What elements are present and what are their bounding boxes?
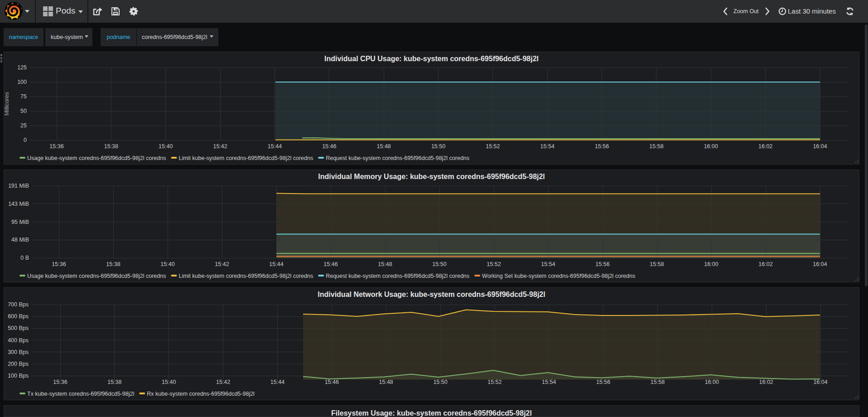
svg-text:15:44: 15:44 xyxy=(269,261,283,267)
svg-text:Individual CPU Usage: kube-sys: Individual CPU Usage: kube-system coredn… xyxy=(324,55,539,63)
svg-text:15:50: 15:50 xyxy=(433,379,447,385)
svg-text:15:56: 15:56 xyxy=(595,261,609,267)
svg-text:15:48: 15:48 xyxy=(378,261,392,267)
svg-text:Individual Network Usage: kube: Individual Network Usage: kube-system co… xyxy=(318,291,545,298)
svg-text:16:04: 16:04 xyxy=(813,379,827,385)
svg-text:Individual Memory Usage: kube-: Individual Memory Usage: kube-system cor… xyxy=(318,173,545,180)
svg-text:15:54: 15:54 xyxy=(541,261,555,267)
svg-text:16:02: 16:02 xyxy=(759,379,773,385)
svg-text:700 Bps: 700 Bps xyxy=(8,301,29,308)
svg-text:200 Bps: 200 Bps xyxy=(8,361,29,367)
svg-text:15:52: 15:52 xyxy=(487,261,501,267)
svg-text:15:38: 15:38 xyxy=(107,379,121,385)
svg-text:16:00: 16:00 xyxy=(705,379,719,385)
svg-text:16:02: 16:02 xyxy=(758,143,772,150)
svg-text:Filesystem Usage: kube-system: Filesystem Usage: kube-system coredns-69… xyxy=(331,409,532,417)
svg-text:100 Bps: 100 Bps xyxy=(8,373,29,379)
svg-text:15:36: 15:36 xyxy=(49,143,63,150)
svg-text:15:46: 15:46 xyxy=(322,143,336,150)
svg-text:15:36: 15:36 xyxy=(53,379,67,385)
svg-text:Millicores: Millicores xyxy=(4,92,10,116)
svg-text:15:48: 15:48 xyxy=(379,379,393,385)
svg-text:15:52: 15:52 xyxy=(487,379,502,385)
svg-text:0: 0 xyxy=(24,137,27,143)
svg-text:15:50: 15:50 xyxy=(432,261,446,267)
svg-text:191 MiB: 191 MiB xyxy=(8,183,29,189)
svg-text:15:42: 15:42 xyxy=(215,261,229,267)
svg-text:15:46: 15:46 xyxy=(325,379,339,385)
svg-text:400 Bps: 400 Bps xyxy=(8,337,29,344)
svg-text:16:04: 16:04 xyxy=(813,261,827,267)
svg-text:15:40: 15:40 xyxy=(159,143,173,150)
svg-text:Usage kube-system coredns-695f: Usage kube-system coredns-695f96dcd5-98j… xyxy=(27,155,166,161)
svg-text:16:02: 16:02 xyxy=(758,261,772,267)
svg-text:25: 25 xyxy=(20,122,27,129)
svg-text:0 B: 0 B xyxy=(20,255,29,261)
svg-text:15:54: 15:54 xyxy=(542,379,556,385)
svg-text:15:58: 15:58 xyxy=(651,379,665,385)
svg-text:Rx kube-system coredns-695f96d: Rx kube-system coredns-695f96dcd5-98j2l xyxy=(147,391,255,397)
svg-text:15:56: 15:56 xyxy=(596,379,610,385)
svg-text:500 Bps: 500 Bps xyxy=(8,325,29,331)
svg-text:75: 75 xyxy=(20,93,27,100)
svg-text:Tx kube-system coredns-695f96d: Tx kube-system coredns-695f96dcd5-98j2l xyxy=(27,391,134,397)
svg-text:15:52: 15:52 xyxy=(486,143,500,150)
svg-text:48 MiB: 48 MiB xyxy=(11,237,29,243)
svg-text:16:00: 16:00 xyxy=(704,261,718,267)
svg-text:15:54: 15:54 xyxy=(540,143,555,150)
svg-text:15:42: 15:42 xyxy=(213,143,227,150)
svg-text:15:42: 15:42 xyxy=(216,379,230,385)
svg-text:15:56: 15:56 xyxy=(595,143,609,150)
svg-text:Usage kube-system coredns-695f: Usage kube-system coredns-695f96dcd5-98j… xyxy=(27,273,166,279)
svg-text:143 MiB: 143 MiB xyxy=(8,201,29,207)
svg-text:Request kube-system coredns-69: Request kube-system coredns-695f96dcd5-9… xyxy=(326,155,469,161)
svg-text:100: 100 xyxy=(17,79,27,85)
svg-text:15:36: 15:36 xyxy=(52,261,66,267)
svg-text:16:04: 16:04 xyxy=(813,143,827,150)
svg-text:15:50: 15:50 xyxy=(431,143,445,150)
svg-text:50: 50 xyxy=(20,108,27,114)
svg-text:15:48: 15:48 xyxy=(377,143,391,150)
svg-text:600 Bps: 600 Bps xyxy=(8,313,29,320)
svg-text:15:58: 15:58 xyxy=(650,261,664,267)
svg-text:15:58: 15:58 xyxy=(649,143,663,150)
svg-text:15:44: 15:44 xyxy=(270,379,285,385)
svg-text:15:46: 15:46 xyxy=(323,261,338,267)
svg-text:15:44: 15:44 xyxy=(268,143,282,150)
svg-text:15:38: 15:38 xyxy=(106,261,120,267)
svg-text:300 Bps: 300 Bps xyxy=(8,349,29,355)
svg-text:16:00: 16:00 xyxy=(704,143,718,150)
svg-text:15:40: 15:40 xyxy=(160,261,174,267)
svg-text:Limit kube-system coredns-695f: Limit kube-system coredns-695f96dcd5-98j… xyxy=(178,273,313,279)
svg-text:Request kube-system coredns-69: Request kube-system coredns-695f96dcd5-9… xyxy=(326,273,469,279)
svg-text:125: 125 xyxy=(17,64,27,71)
svg-text:Working Set kube-system coredn: Working Set kube-system coredns-695f96dc… xyxy=(482,273,635,279)
svg-text:15:38: 15:38 xyxy=(104,143,118,150)
svg-text:Limit kube-system coredns-695f: Limit kube-system coredns-695f96dcd5-98j… xyxy=(178,155,313,161)
svg-text:15:40: 15:40 xyxy=(162,379,176,385)
svg-text:95 MiB: 95 MiB xyxy=(11,219,29,225)
